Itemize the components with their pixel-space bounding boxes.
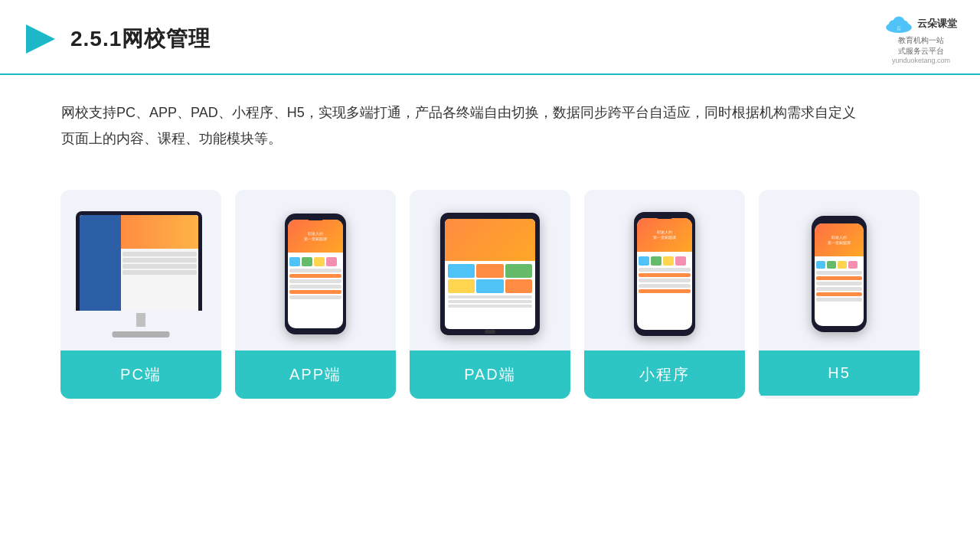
pad-label: PAD端 <box>410 350 570 399</box>
header-left: 2.5.1网校管理 <box>23 21 211 57</box>
pc-row <box>122 264 197 269</box>
h5-label: H5 <box>759 350 920 396</box>
svg-text:云: 云 <box>897 26 901 31</box>
cards-container: PC端 职途人的第一堂刷题课 <box>0 174 980 422</box>
phone-icon-box <box>302 257 312 266</box>
pc-card: PC端 <box>60 190 221 399</box>
logo-url: yunduoketang.com <box>892 57 950 64</box>
phone-body <box>288 253 343 303</box>
header: 2.5.1网校管理 云 云朵课堂 教育机构一站 式服务云平台 yunduoket… <box>0 0 980 75</box>
h5-header-text: 职途人的第一堂刷题课 <box>828 235 851 246</box>
pc-row <box>122 252 197 256</box>
miniprogram-header-text: 职途人的第一堂刷题课 <box>653 230 676 240</box>
logo-subtitle: 教育机构一站 式服务云平台 <box>898 35 944 57</box>
phone-icon-row <box>639 256 691 266</box>
h5-phone-row <box>816 282 862 285</box>
tablet-mockup <box>440 213 540 335</box>
page-title: 2.5.1网校管理 <box>70 24 211 54</box>
tablet-home-btn <box>485 330 495 334</box>
tablet-row <box>448 305 532 308</box>
miniprogram-image-area: 职途人的第一堂刷题课 <box>584 190 745 350</box>
pc-neck <box>136 313 145 327</box>
description-text: 网校支持PC、APP、PAD、小程序、H5，实现多端打通，产品各终端自由切换，数… <box>0 75 919 167</box>
phone-row <box>639 268 691 272</box>
h5-phone-row <box>816 271 862 275</box>
app-phone-mockup: 职途人的第一堂刷题课 <box>285 214 346 334</box>
tablet-cell <box>476 264 503 278</box>
app-label: APP端 <box>235 350 396 399</box>
phone-header-text: 职途人的第一堂刷题课 <box>304 231 327 242</box>
phone-icon-box <box>326 257 337 266</box>
phone-icon-box <box>675 256 686 266</box>
phone-screen: 职途人的第一堂刷题课 <box>288 220 343 328</box>
tablet-body <box>445 261 535 312</box>
pc-sidebar <box>80 215 121 311</box>
pc-rows <box>121 249 198 278</box>
tablet-cell <box>448 279 475 293</box>
tablet-banner <box>445 219 535 261</box>
tablet-cell <box>505 279 532 293</box>
h5-phone-body <box>815 256 864 305</box>
phone-icon-box <box>289 257 300 266</box>
h5-phone-screen: 职途人的第一堂刷题课 <box>815 223 864 326</box>
tablet-cell <box>505 264 532 278</box>
phone-icon-box <box>663 256 674 266</box>
miniprogram-screen: 职途人的第一堂刷题课 <box>637 218 692 330</box>
h5-icon-box <box>827 261 836 269</box>
h5-icon-box <box>816 261 825 269</box>
miniprogram-phone-mockup: 职途人的第一堂刷题课 <box>634 212 695 336</box>
miniprogram-header-bar: 职途人的第一堂刷题课 <box>637 218 692 252</box>
phone-row <box>289 295 341 299</box>
pc-row <box>122 270 197 275</box>
app-card: 职途人的第一堂刷题课 <box>235 190 396 399</box>
phone-row <box>289 285 341 289</box>
pc-screen-inner <box>80 215 198 311</box>
tablet-row <box>448 295 532 298</box>
phone-row <box>289 269 341 272</box>
miniprogram-card: 职途人的第一堂刷题课 <box>584 190 745 399</box>
pad-image-area <box>410 190 570 350</box>
phone-header-bar: 职途人的第一堂刷题课 <box>288 220 343 253</box>
h5-phone-row <box>816 298 862 302</box>
h5-phone-row <box>816 287 862 291</box>
pc-main <box>121 215 198 311</box>
svg-marker-0 <box>26 24 55 54</box>
h5-phone-notch <box>832 220 846 223</box>
tablet-grid <box>448 264 532 293</box>
miniprogram-phone-notch <box>657 215 672 219</box>
pc-mockup <box>76 211 206 337</box>
pc-screen-content <box>80 215 198 311</box>
phone-icon-box <box>639 256 649 266</box>
logo-cloud: 云 云朵课堂 <box>885 14 957 34</box>
cloud-icon: 云 <box>885 14 913 34</box>
pc-screen-border <box>76 211 202 311</box>
phone-notch <box>308 217 323 220</box>
tablet-screen <box>445 219 535 329</box>
app-image-area: 职途人的第一堂刷题课 <box>235 190 396 350</box>
svg-point-4 <box>900 21 909 29</box>
phone-icon-box <box>314 257 325 266</box>
phone-row <box>639 284 691 288</box>
phone-row <box>289 290 341 294</box>
h5-phone-row <box>816 292 862 296</box>
h5-icon-row <box>816 261 862 269</box>
phone-icon-row <box>289 257 341 266</box>
logo-area: 云 云朵课堂 教育机构一站 式服务云平台 yunduoketang.com <box>885 14 957 64</box>
miniprogram-label: 小程序 <box>584 350 745 399</box>
pc-banner <box>121 215 198 249</box>
h5-icon-box <box>838 261 847 269</box>
tablet-cell <box>476 279 503 293</box>
phone-row <box>289 279 341 283</box>
h5-card: 职途人的第一堂刷题课 <box>759 190 920 399</box>
h5-image-area: 职途人的第一堂刷题课 <box>759 190 920 350</box>
h5-phone-row <box>816 276 862 280</box>
tablet-row <box>448 300 532 303</box>
play-icon <box>23 21 58 57</box>
miniprogram-body <box>637 252 692 297</box>
phone-row <box>639 289 691 293</box>
phone-row <box>639 273 691 277</box>
pc-base <box>113 331 170 337</box>
tablet-cell <box>448 264 475 278</box>
pad-card: PAD端 <box>410 190 570 399</box>
phone-row <box>289 274 341 278</box>
